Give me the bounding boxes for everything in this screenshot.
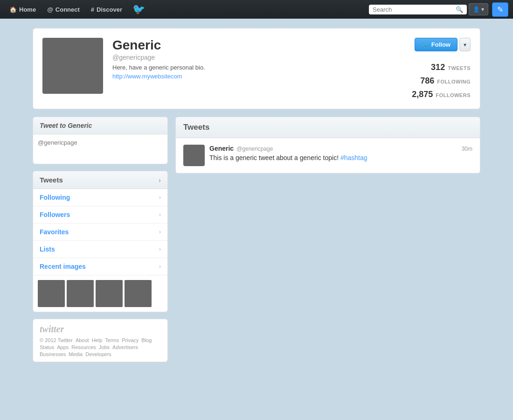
compose-icon: ✎ — [497, 5, 503, 14]
profile-name: Generic — [112, 38, 412, 53]
recent-images-chevron-icon: › — [159, 263, 161, 270]
footer-copyright: © 2012 Twitter — [40, 337, 73, 343]
following-link[interactable]: Following — [40, 194, 70, 201]
footer-links: © 2012 Twitter About Help Terms Privacy … — [40, 337, 161, 357]
tweet-author-name: Generic — [209, 145, 234, 152]
footer-about[interactable]: About — [76, 337, 89, 343]
account-caret: ▾ — [481, 6, 484, 13]
followers-link[interactable]: Followers — [40, 211, 70, 218]
avatar — [42, 38, 103, 94]
recent-images-grid — [33, 275, 167, 312]
following-count: 786 — [420, 76, 434, 86]
twitter-bird-icon: 🐦 — [132, 3, 145, 15]
follow-dropdown-icon: ▾ — [464, 42, 466, 48]
recent-image-3[interactable] — [96, 280, 123, 307]
tweets-panel: Tweets Generic @genericpage 30m This is … — [175, 117, 480, 174]
navbar: 🏠 Home @ Connect # Discover 🐦 🔍 👤 ▾ ✎ — [0, 0, 513, 19]
footer-developers[interactable]: Developers — [85, 351, 111, 357]
lists-chevron-icon: › — [159, 246, 161, 252]
footer-advertisers[interactable]: Advertisers — [112, 344, 138, 350]
sidebar-nav-title: Tweets — [40, 176, 63, 184]
recent-images-link[interactable]: Recent images — [40, 263, 86, 270]
footer-terms[interactable]: Terms — [105, 337, 119, 343]
tweet-to-panel: Tweet to Generic — [33, 117, 168, 164]
footer-media[interactable]: Media — [69, 351, 83, 357]
following-stat: 786 FOLLOWING — [420, 76, 471, 86]
compose-tweet-button[interactable]: ✎ — [492, 2, 508, 17]
profile-info: Generic @genericpage Here, have a generi… — [112, 38, 412, 80]
sidebar-nav-panel: Tweets › Following › Followers › Favorit… — [33, 171, 168, 312]
twitter-footer-logo: twitter — [40, 324, 161, 335]
profile-header: Generic @genericpage Here, have a generi… — [33, 28, 480, 109]
hashtag-icon: # — [91, 6, 94, 13]
profile-bio: Here, have a generic personal bio. — [112, 64, 412, 71]
tweet-timestamp: 30m — [462, 146, 472, 152]
tweets-label: TWEETS — [448, 65, 471, 71]
sidebar-nav-header: Tweets › — [33, 171, 167, 189]
nav-home-label: Home — [19, 6, 36, 13]
tweet-to-header: Tweet to Generic — [33, 117, 167, 134]
tweets-count: 312 — [431, 63, 445, 72]
followers-label: FOLLOWERS — [436, 92, 471, 98]
nav-home[interactable]: 🏠 Home — [5, 3, 41, 16]
recent-image-2[interactable] — [67, 280, 94, 307]
person-icon: 👤 — [473, 6, 480, 13]
footer-resources[interactable]: Resources — [71, 344, 96, 350]
account-menu-button[interactable]: 👤 ▾ — [469, 3, 488, 15]
tweet-text-content: This is a generic tweet about a generic … — [209, 154, 340, 161]
tweet-author-handle: @genericpage — [236, 146, 273, 152]
sidebar-item-favorites[interactable]: Favorites › — [33, 224, 167, 241]
recent-image-1[interactable] — [38, 280, 65, 307]
followers-chevron-icon: › — [159, 211, 161, 218]
sidebar-item-followers[interactable]: Followers › — [33, 206, 167, 224]
chevron-right-icon: › — [159, 176, 161, 184]
follow-caret-button[interactable]: ▾ — [459, 38, 471, 51]
bird-icon: 🐦 — [422, 41, 429, 48]
search-icon: 🔍 — [456, 6, 463, 13]
page-content: Generic @genericpage Here, have a generi… — [28, 19, 485, 378]
lists-link[interactable]: Lists — [40, 245, 55, 253]
followers-count: 2,875 — [412, 90, 433, 99]
connect-icon: @ — [47, 6, 53, 13]
sidebar: Tweet to Generic Tweets › Following › Fo… — [33, 117, 168, 369]
tweet-hashtag[interactable]: #hashtag — [340, 154, 367, 161]
profile-website[interactable]: http://www.mywebsitecom — [112, 73, 182, 80]
followers-stat: 2,875 FOLLOWERS — [412, 90, 471, 99]
tweet-body: Generic @genericpage 30m This is a gener… — [209, 145, 472, 166]
favorites-chevron-icon: › — [159, 229, 161, 235]
nav-connect[interactable]: @ Connect — [42, 3, 84, 16]
tweet-item: Generic @genericpage 30m This is a gener… — [176, 138, 480, 173]
footer-blog[interactable]: Blog — [141, 337, 152, 343]
nav-discover-label: Discover — [97, 6, 122, 13]
footer-apps[interactable]: Apps — [57, 344, 69, 350]
search-input[interactable] — [373, 6, 454, 13]
tweet-to-input[interactable] — [33, 134, 167, 162]
follow-label: Follow — [431, 41, 451, 48]
footer-help[interactable]: Help — [92, 337, 103, 343]
nav-discover[interactable]: # Discover — [86, 3, 127, 16]
following-label: FOLLOWING — [437, 79, 471, 84]
profile-stats: 🐦 Follow ▾ 312 TWEETS 786 FOLLOWING 2,87… — [412, 38, 471, 99]
sidebar-item-lists[interactable]: Lists › — [33, 241, 167, 258]
follow-button[interactable]: 🐦 Follow — [415, 38, 458, 51]
sidebar-item-following[interactable]: Following › — [33, 189, 167, 206]
footer-jobs[interactable]: Jobs — [99, 344, 110, 350]
favorites-link[interactable]: Favorites — [40, 228, 69, 236]
tweet-text: This is a generic tweet about a generic … — [209, 154, 472, 163]
footer-panel: twitter © 2012 Twitter About Help Terms … — [33, 319, 168, 362]
profile-actions: 🐦 Follow ▾ — [415, 38, 471, 51]
footer-businesses[interactable]: Businesses — [40, 351, 66, 357]
tweets-panel-header: Tweets — [176, 117, 480, 138]
home-icon: 🏠 — [9, 6, 17, 13]
sidebar-item-recent-images[interactable]: Recent images › — [33, 258, 167, 275]
main-layout: Tweet to Generic Tweets › Following › Fo… — [33, 117, 480, 369]
tweet-meta: Generic @genericpage 30m — [209, 145, 472, 152]
footer-privacy[interactable]: Privacy — [122, 337, 139, 343]
tweets-stat: 312 TWEETS — [431, 63, 471, 72]
recent-image-4[interactable] — [125, 280, 152, 307]
tweet-avatar — [183, 145, 205, 166]
search-box: 🔍 — [369, 5, 467, 14]
footer-status[interactable]: Status — [40, 344, 54, 350]
nav-connect-label: Connect — [55, 6, 80, 13]
profile-handle: @genericpage — [112, 54, 412, 61]
